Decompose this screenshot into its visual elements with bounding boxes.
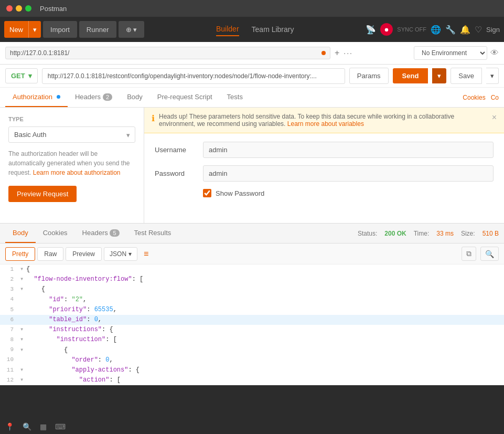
resp-tab-headers[interactable]: Headers 5 (75, 224, 127, 243)
request-tabs: Authorization Headers 2 Body Pre-request… (0, 88, 504, 108)
line-content: { (26, 264, 30, 274)
alert-learn-more-link[interactable]: Learn more about variables (287, 120, 364, 128)
line-content: "flow-node-inventory:flow": [ (26, 274, 143, 284)
preview-request-button[interactable]: Preview Request (8, 186, 77, 202)
active-tab[interactable]: http://127.0.0.1:8181/ (5, 47, 330, 59)
password-input[interactable] (203, 165, 494, 182)
copy-button[interactable]: ⧉ (462, 247, 476, 261)
format-value: JSON (110, 250, 126, 258)
auth-learn-more-link[interactable]: Learn more about authorization (33, 169, 121, 176)
collapse-arrow (20, 315, 26, 325)
auth-type-select[interactable]: Basic Auth (8, 126, 135, 143)
maximize-button[interactable] (25, 5, 31, 12)
builder-tab[interactable]: Builder (216, 23, 239, 36)
size-value: 510 B (482, 230, 499, 237)
tab-tests[interactable]: Tests (220, 88, 250, 107)
method-select[interactable]: GET ▾ (5, 68, 38, 83)
line-number: 12 (3, 376, 20, 385)
globe-icon[interactable]: 🌐 (431, 25, 441, 35)
bell-icon[interactable]: 🔔 (460, 25, 470, 35)
resp-tab-body[interactable]: Body (5, 224, 36, 243)
more-tabs-button[interactable]: ··· (344, 49, 353, 57)
collapse-arrow[interactable]: ▾ (20, 345, 26, 355)
save-dropdown[interactable]: ▾ (486, 68, 499, 84)
method-label: GET (11, 72, 25, 80)
tab-headers[interactable]: Headers 2 (68, 88, 120, 107)
tab-body[interactable]: Body (120, 88, 150, 107)
sign-button[interactable]: Sign (486, 26, 500, 34)
params-button[interactable]: Params (349, 68, 389, 84)
auth-dot (57, 95, 60, 99)
auth-fields: Username Password Show Password (144, 133, 504, 206)
close-button[interactable] (6, 5, 13, 12)
line-content: { (26, 284, 45, 294)
import-button[interactable]: Import (43, 21, 77, 38)
environment-select[interactable]: No Environment (414, 46, 487, 60)
new-button-label: New (4, 26, 28, 34)
response-actions: ⧉ 🔍 (462, 247, 499, 261)
line-content: "apply-actions": { (26, 365, 140, 375)
size-label: Size: (461, 230, 475, 237)
interceptor-button[interactable]: ⊕ ▾ (119, 21, 145, 38)
alert-text: Heads up! These parameters hold sensitiv… (159, 113, 488, 128)
collapse-arrow[interactable]: ▾ (20, 264, 26, 274)
alert-banner: ℹ Heads up! These parameters hold sensit… (144, 108, 504, 133)
runner-button[interactable]: Runner (79, 21, 116, 38)
toolbar-right: 📡 ⏺ SYNC OFF 🌐 🔧 🔔 ♡ Sign (366, 23, 500, 36)
raw-button[interactable]: Raw (37, 247, 63, 261)
alert-close-button[interactable]: × (492, 113, 497, 122)
collapse-arrow[interactable]: ▾ (20, 375, 26, 385)
json-line: 9▾ { (0, 345, 504, 355)
tab-prerequest[interactable]: Pre-request Script (150, 88, 220, 107)
headers-badge: 2 (103, 93, 112, 101)
line-number: 8 (3, 335, 20, 345)
code-link[interactable]: Co (491, 94, 499, 101)
format-select[interactable]: JSON ▾ (104, 247, 137, 261)
satellite-icon: 📡 (366, 25, 376, 35)
new-dropdown-arrow[interactable]: ▾ (28, 21, 41, 38)
request-bar: GET ▾ Params Send ▾ Save ▾ (0, 65, 504, 88)
method-arrow: ▾ (28, 72, 32, 80)
wrench-icon[interactable]: 🔧 (445, 25, 456, 35)
url-input[interactable] (42, 68, 345, 84)
username-label: Username (155, 146, 197, 154)
resp-tab-cookies[interactable]: Cookies (36, 224, 75, 243)
show-password-checkbox[interactable] (203, 189, 211, 197)
line-content: "instruction": [ (26, 335, 117, 345)
json-line: 1▾{ (0, 264, 504, 274)
collapse-arrow[interactable]: ▾ (20, 274, 26, 284)
username-input[interactable] (203, 142, 494, 158)
resp-tab-test-results[interactable]: Test Results (127, 224, 179, 243)
auth-content: TYPE Basic Auth The authorization header… (0, 108, 504, 223)
auth-description: The authorization header will be automat… (8, 149, 135, 177)
search-button[interactable]: 🔍 (480, 247, 499, 261)
line-number: 9 (3, 345, 20, 355)
password-label: Password (155, 170, 197, 177)
env-eye-icon[interactable]: 👁 (490, 48, 499, 58)
json-line: 3▾ { (0, 284, 504, 294)
new-tab-button[interactable]: + (335, 48, 339, 58)
time-label: Time: (414, 230, 430, 237)
word-wrap-icon[interactable]: ≡ (144, 249, 148, 259)
team-library-tab[interactable]: Team Library (252, 23, 294, 36)
json-line: 4 "id": "2", (0, 295, 504, 305)
sync-icon[interactable]: ⏺ (380, 23, 393, 36)
status-value: 200 OK (384, 230, 406, 237)
collapse-arrow[interactable]: ▾ (20, 335, 26, 345)
send-button[interactable]: Send (393, 68, 428, 83)
collapse-arrow[interactable]: ▾ (20, 284, 26, 294)
heart-icon[interactable]: ♡ (475, 25, 482, 35)
collapse-arrow[interactable]: ▾ (20, 325, 26, 335)
save-button[interactable]: Save (451, 68, 482, 84)
line-content: "action": [ (26, 375, 121, 385)
new-button[interactable]: New ▾ (4, 21, 41, 38)
send-dropdown[interactable]: ▾ (432, 68, 446, 83)
type-label: TYPE (8, 116, 135, 122)
tab-authorization[interactable]: Authorization (5, 88, 68, 107)
collapse-arrow[interactable]: ▾ (20, 365, 26, 375)
username-row: Username (155, 142, 494, 158)
preview-button[interactable]: Preview (66, 247, 102, 261)
minimize-button[interactable] (16, 5, 22, 12)
pretty-button[interactable]: Pretty (5, 247, 35, 261)
cookies-link[interactable]: Cookies (463, 94, 485, 101)
